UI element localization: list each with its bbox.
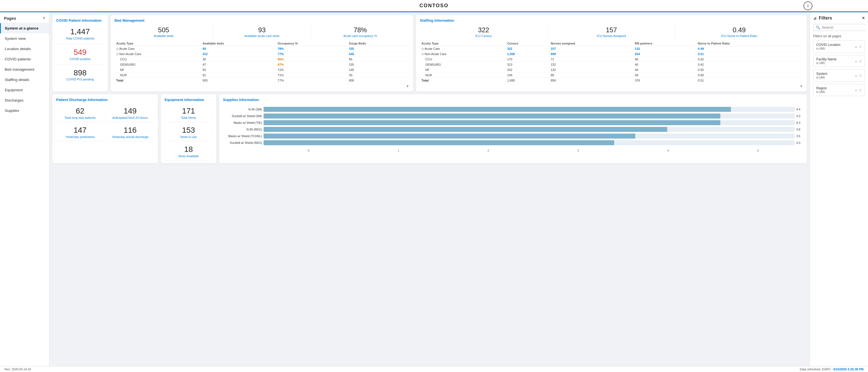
covid-stat-value-0: 1,447 (60, 28, 101, 36)
bed-table: Acuity TypeAvailable bedsOccupancy %Surg… (115, 41, 409, 83)
footer-left: Rev: 2020.04.14-01 (4, 368, 31, 371)
bed-scroll-down[interactable]: ▼ (406, 84, 409, 88)
table-row: NUR6171%30 (115, 73, 409, 78)
equipment-stat-0: 171Total Vents (164, 105, 212, 122)
covid-stat-value-2: 898 (60, 69, 101, 77)
bar-row-4: Masks w/ Shield (TCHNL)3.5 (223, 134, 803, 139)
equipment-stat-2: 18Vents Available (164, 143, 212, 160)
sidebar-item-discharges[interactable]: Discharges (0, 95, 49, 106)
equipment-stats: 171Total Vents153Vents in use18Vents Ava… (164, 105, 212, 160)
footer-right: Data refreshed: (GMT) 4/15/2020 2:26:38 … (800, 368, 864, 371)
search-icon: 🔍 (816, 25, 820, 29)
covid-stats: 1,447Total COVID patients549COVID positi… (56, 25, 104, 83)
bar-axis: 012345 (223, 149, 803, 152)
staffing-scroll-down[interactable]: ▼ (800, 84, 803, 88)
filter-label-1: Facility Name (816, 57, 837, 61)
discharge-stat-0: 62Total long stay patients (56, 105, 104, 122)
staffing-stat-2: 0.49ICU Nurse to Patient Ratio (675, 25, 803, 39)
expand-icon[interactable]: ⊟ (116, 47, 118, 50)
covid-stat-1: 549COVID positive (56, 46, 104, 63)
footer-date: 4/15/2020 2:26:38 PM (833, 368, 864, 371)
bed-title: Bed Management (115, 18, 409, 23)
clear-filter-icon[interactable]: ◇ (859, 74, 862, 77)
covid-stat-label-2: COVID PUI pending (60, 78, 101, 81)
clear-filter-icon[interactable]: ◇ (859, 88, 862, 92)
sidebar-item-covid-patients[interactable]: COVID patients (0, 54, 49, 64)
filter-label-0: COVID Location (816, 43, 840, 47)
bed-stat-1: 93Available acute care beds (213, 25, 311, 39)
covid-stat-label-1: COVID positive (60, 57, 101, 61)
bar-row-0: N-95 (SM)4.4 (223, 107, 803, 112)
table-row: ⊟Non-Acute Care1,3586992540.51 (420, 52, 803, 57)
bar-value-0: 4.4 (796, 108, 803, 111)
table-row: CCU3085%85 (115, 57, 409, 62)
axis-label: 2 (443, 149, 533, 152)
footer: Rev: 2020.04.14-01 Data refreshed: (GMT)… (0, 366, 868, 372)
filter-value-2: is (All) (816, 76, 828, 79)
covid-stat-value-1: 549 (60, 48, 101, 57)
filter-label-2: System (816, 72, 828, 76)
filter-items: COVID Locationis (All)⌄◇Facility Nameis … (813, 40, 865, 96)
filter-icon: ⊿ (813, 16, 816, 20)
staffing-stat-1: 157ICU Nurses Assigned (548, 25, 675, 39)
filter-item-0: COVID Locationis (All)⌄◇ (813, 40, 865, 53)
info-button[interactable]: i (804, 1, 812, 10)
table-row: GENSURG4787%155 (115, 62, 409, 67)
sidebar-item-supplies[interactable]: Supplies (0, 106, 49, 116)
covid-stat-0: 1,447Total COVID patients (56, 25, 104, 42)
equipment-stat-1: 153Vents in use (164, 124, 212, 141)
bed-management-card: Bed Management 505Available beds93Availa… (111, 15, 413, 91)
axis-label: 4 (623, 149, 713, 152)
filter-item-2: Systemis (All)⌄◇ (813, 69, 865, 82)
sidebar-item-bed-management[interactable]: Bed management (0, 64, 49, 75)
sidebar-item-location-details[interactable]: Location details (0, 44, 49, 54)
clear-filter-icon[interactable]: ◇ (859, 45, 862, 49)
search-input[interactable] (822, 25, 868, 29)
staffing-title: Staffing Information (420, 18, 803, 23)
staffing-card: Staffing Information 322ICU Census157ICU… (416, 15, 807, 91)
table-row: NUR14989480.60 (420, 73, 803, 78)
close-icon[interactable]: × (43, 16, 45, 21)
supplies-title: Supplies Information (223, 98, 803, 102)
filter-item-1: Facility Nameis (All)⌄◇ (813, 55, 865, 67)
bar-label-4: Masks w/ Shield (TCHNL) (223, 134, 262, 138)
filter-value-1: is (All) (816, 61, 837, 64)
filters-heading: Filters (819, 16, 832, 21)
expand-icon[interactable]: ⊟ (422, 47, 424, 50)
bar-row-3: N-95 (REG)3.8 (223, 127, 803, 132)
expand-icon[interactable]: ⊟ (422, 53, 424, 56)
table-row: Total50577%800 (115, 78, 409, 83)
bar-value-1: 4.3 (796, 114, 803, 118)
sidebar-title: Pages (4, 16, 16, 21)
clear-filter-icon[interactable]: ◇ (859, 59, 862, 63)
table-row: ⊟Non-Acute Care41277%645 (115, 52, 409, 57)
expand-icon[interactable]: ⊟ (116, 53, 118, 56)
bar-value-4: 3.5 (796, 134, 803, 138)
sidebar-item-equipment[interactable]: Equipment (0, 85, 49, 95)
axis-label: 5 (713, 149, 803, 152)
chevron-down-icon[interactable]: ⌄ (855, 88, 858, 92)
bar-row-1: Duckbill w/ Shield (SM)4.3 (223, 114, 803, 118)
table-row: NF9372%145 (115, 67, 409, 73)
sidebar-item-system-at-a-glance[interactable]: System at a glance (0, 23, 49, 33)
bar-label-1: Duckbill w/ Shield (SM) (223, 114, 262, 118)
equipment-title: Equipment Information (164, 98, 212, 102)
bed-top-stats: 505Available beds93Available acute care … (115, 25, 409, 39)
discharge-card: Patient Discharge Information 62Total lo… (52, 94, 158, 163)
sidebar-item-system-view[interactable]: System view (0, 33, 49, 44)
bar-label-5: Duckbill w/ Shield (REG) (223, 141, 262, 144)
sidebar-item-staffing-details[interactable]: Staffing details (0, 75, 49, 85)
bar-row-5: Duckbill w/ Shield (REG)3.3 (223, 140, 803, 145)
bar-row-2: Masks w/ Shield (TIE)4.3 (223, 120, 803, 125)
covid-title: COVID Patient Information (56, 18, 104, 23)
search-bar[interactable]: 🔍 (813, 24, 865, 31)
top-bar: CONTOSO i (0, 0, 868, 12)
chevron-down-icon[interactable]: ⌄ (855, 74, 858, 77)
chevron-down-icon[interactable]: ⌄ (855, 59, 858, 63)
content-area: COVID Patient Information 1,447Total COV… (50, 12, 810, 366)
filters-subtitle: Filters on all pages (813, 34, 865, 38)
app-title: CONTOSO (420, 3, 449, 9)
chevron-down-icon[interactable]: ⌄ (855, 45, 858, 49)
filter-label-3: Region (816, 86, 827, 90)
filters-close[interactable]: × (862, 16, 865, 21)
